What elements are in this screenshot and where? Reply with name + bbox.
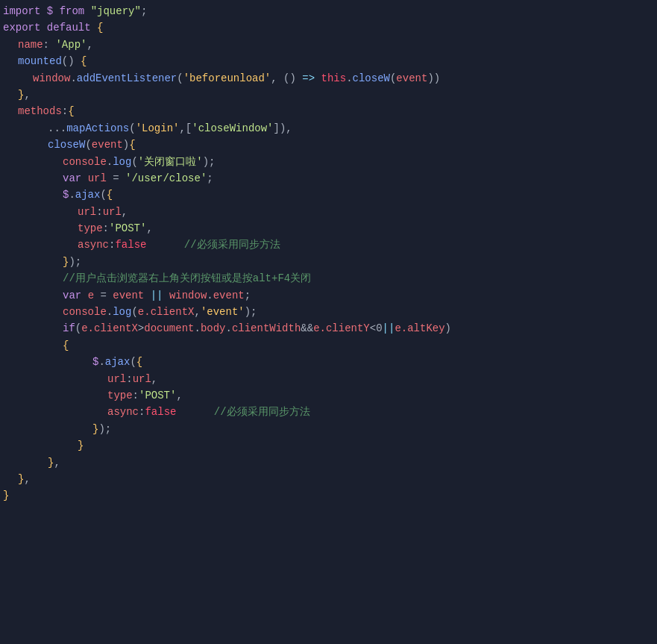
client-x-2: e.clientX	[81, 320, 138, 337]
arrow-op: =>	[302, 70, 315, 87]
comment-sync-2: //必须采用同步方法	[214, 404, 310, 420]
from-keyword: from	[60, 3, 85, 19]
type-prop-1: type	[78, 220, 103, 237]
dollar-2: $	[63, 187, 69, 203]
this-keyword: this	[321, 70, 347, 87]
dollar-sign: $	[47, 3, 53, 19]
methods-open-brace: {	[68, 103, 74, 119]
code-line-19: console . log ( e.clientX , 'event' );	[0, 304, 657, 320]
code-line-30: }	[0, 487, 657, 504]
code-line-17: //用户点击浏览器右上角关闭按钮或是按alt+F4关闭	[0, 270, 657, 287]
console-object: console	[63, 154, 107, 170]
close-window-string: 'closeWindow'	[192, 120, 273, 137]
log-fn-2: log	[113, 304, 131, 320]
dollar-3: $	[92, 354, 98, 370]
url-prop-2: url	[107, 371, 126, 387]
false-val-1: false	[115, 237, 146, 253]
closew-call: closeW	[353, 70, 390, 87]
event-ref: event	[113, 287, 144, 304]
code-line-11: var url = '/user/close' ;	[0, 170, 657, 187]
event-param: event	[396, 70, 427, 87]
export-close-brace: }	[3, 487, 9, 504]
code-line-14: type : 'POST' ,	[0, 220, 657, 237]
e-var: e	[88, 287, 94, 304]
code-line-16: } );	[0, 254, 657, 270]
alt-key: e.altKey	[394, 320, 444, 337]
zh-string-1: '关闭窗口啦'	[138, 154, 203, 170]
async-prop-2: async	[107, 404, 139, 420]
code-line-12: $ . ajax ( {	[0, 187, 657, 203]
comment-sync-1: //必须采用同步方法	[184, 237, 280, 253]
event-param2: event	[92, 137, 123, 153]
closew-close-brace: }	[48, 454, 54, 471]
methods-close-brace: }	[18, 471, 24, 487]
code-line-21: {	[0, 337, 657, 354]
jquery-string: "jquery"	[91, 3, 141, 19]
add-event-listener: addEventListener	[77, 70, 177, 87]
code-line-8: ... mapActions ( 'Login' ,[ 'closeWindow…	[0, 120, 657, 137]
type-prop-2: type	[107, 387, 133, 404]
ajax-close-brace-1: }	[63, 254, 69, 270]
export-keyword: export	[3, 19, 40, 36]
client-width: clientWidth	[232, 320, 301, 337]
code-line-2: export default {	[0, 19, 657, 36]
async-prop-1: async	[78, 237, 109, 253]
code-line-5: window . addEventListener ( 'beforeunloa…	[0, 70, 657, 87]
console-object-2: console	[63, 304, 107, 320]
import-keyword: import	[3, 3, 40, 19]
code-line-6: } ,	[0, 87, 657, 103]
code-line-1: import $ from "jquery" ;	[0, 3, 657, 19]
closew-open-brace: {	[129, 137, 135, 153]
code-line-20: if ( e.clientX > document . body . clien…	[0, 320, 657, 337]
code-line-13: url : url ,	[0, 204, 657, 220]
open-brace: {	[97, 19, 103, 36]
code-line-3: name : 'App' ,	[0, 37, 657, 53]
var-keyword-2: var	[63, 287, 81, 304]
close-brace-mounted: }	[18, 87, 24, 103]
default-keyword: default	[47, 19, 91, 36]
code-line-4: mounted () {	[0, 53, 657, 69]
closew-fn: closeW	[48, 137, 85, 153]
ajax-close-brace-2: }	[92, 421, 98, 437]
name-property: name	[18, 37, 43, 53]
code-line-25: async : false //必须采用同步方法	[0, 404, 657, 420]
url-val-ref-1: url	[103, 204, 122, 220]
var-keyword-1: var	[63, 170, 81, 187]
ajax-open-brace-2: {	[136, 354, 142, 370]
client-y: e.clientY	[313, 320, 370, 337]
comment-user-close: //用户点击浏览器右上角关闭按钮或是按alt+F4关闭	[63, 270, 311, 287]
post-string-2: 'POST'	[139, 387, 176, 404]
ajax-open-brace-1: {	[107, 187, 113, 203]
event-string: 'event'	[201, 304, 245, 320]
code-line-23: url : url ,	[0, 371, 657, 387]
mounted-fn: mounted	[18, 53, 62, 69]
ajax-fn-1: ajax	[75, 187, 101, 203]
window-object: window	[33, 70, 70, 87]
mounted-open-brace: {	[81, 53, 87, 69]
url-var: url	[88, 170, 107, 187]
code-line-10: console . log ( '关闭窗口啦' );	[0, 154, 657, 170]
code-line-22: $ . ajax ( {	[0, 354, 657, 370]
url-prop-1: url	[78, 204, 96, 220]
login-string: 'Login'	[136, 120, 180, 137]
if-open-brace: {	[63, 337, 69, 354]
or-op-2: ||	[383, 320, 395, 337]
window-event: event	[213, 287, 245, 304]
beforeunload-string: 'beforeunload'	[183, 70, 271, 87]
code-line-27: }	[0, 437, 657, 454]
code-line-15: async : false //必须采用同步方法	[0, 237, 657, 253]
app-string: 'App'	[55, 37, 87, 53]
url-val-ref-2: url	[133, 371, 151, 387]
methods-prop: methods	[18, 103, 62, 119]
document-body: document	[144, 320, 194, 337]
false-val-2: false	[145, 404, 176, 420]
log-fn: log	[113, 154, 131, 170]
or-operator: ||	[151, 287, 163, 304]
code-line-29: } ,	[0, 471, 657, 487]
map-actions-fn: mapActions	[66, 120, 129, 137]
code-line-24: type : 'POST' ,	[0, 387, 657, 404]
code-line-18: var e = event || window . event ;	[0, 287, 657, 304]
code-line-28: } ,	[0, 454, 657, 471]
ajax-fn-2: ajax	[105, 354, 131, 370]
code-line-26: } );	[0, 421, 657, 437]
